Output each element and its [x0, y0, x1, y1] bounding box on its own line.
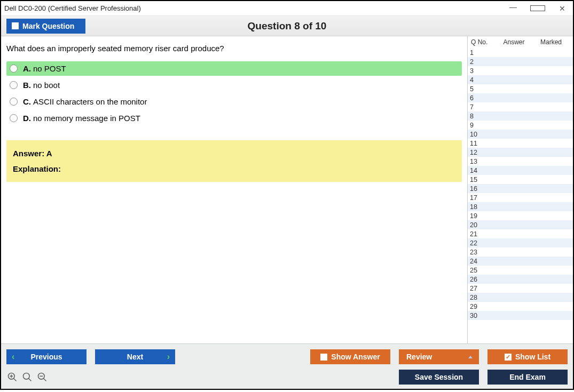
window-controls: —	[506, 4, 570, 13]
question-row[interactable]: 5	[468, 84, 573, 93]
save-session-button[interactable]: Save Session	[399, 370, 479, 385]
question-row[interactable]: 29	[468, 302, 573, 311]
show-answer-label: Show Answer	[331, 353, 380, 361]
question-list-header: Q No. Answer Marked	[468, 36, 573, 48]
question-row[interactable]: 21	[468, 229, 573, 238]
question-row[interactable]: 14	[468, 166, 573, 175]
question-row[interactable]: 13	[468, 157, 573, 166]
chevron-right-icon: ›	[167, 352, 170, 362]
row-number: 1	[470, 49, 489, 57]
next-button[interactable]: Next ›	[95, 349, 175, 364]
option-b[interactable]: B. no boot	[6, 78, 462, 92]
row-number: 29	[470, 303, 489, 310]
question-row[interactable]: 23	[468, 247, 573, 257]
footer-row-2: Save Session End Exam	[6, 370, 568, 385]
mark-question-button[interactable]: Mark Question	[6, 19, 85, 34]
close-button[interactable]	[555, 4, 570, 13]
minimize-button[interactable]: —	[506, 3, 521, 11]
question-row[interactable]: 10	[468, 130, 573, 139]
question-row[interactable]: 12	[468, 148, 573, 157]
question-row[interactable]: 2	[468, 57, 573, 66]
question-row[interactable]: 20	[468, 220, 573, 229]
col-qno: Q No.	[470, 38, 489, 46]
question-row[interactable]: 18	[468, 202, 573, 211]
previous-button[interactable]: ‹ Previous	[6, 349, 87, 364]
question-row[interactable]: 11	[468, 139, 573, 148]
row-number: 21	[470, 230, 489, 238]
question-row[interactable]: 27	[468, 284, 573, 293]
row-number: 20	[470, 221, 489, 229]
row-number: 23	[470, 249, 489, 256]
question-row[interactable]: 9	[468, 121, 573, 130]
answer-box: Answer: A Explanation:	[6, 140, 462, 182]
end-exam-button[interactable]: End Exam	[487, 370, 568, 385]
row-number: 16	[470, 185, 489, 193]
chevron-left-icon: ‹	[12, 352, 14, 362]
question-list-rows[interactable]: 1234567891011121314151617181920212223242…	[468, 48, 573, 343]
question-row[interactable]: 30	[468, 311, 573, 320]
question-row[interactable]: 25	[468, 266, 573, 275]
footer: ‹ Previous Next › Show Answer Review ✓ S…	[1, 343, 573, 389]
review-button[interactable]: Review	[399, 349, 479, 364]
question-list-panel: Q No. Answer Marked 12345678910111213141…	[467, 36, 573, 343]
col-marked: Marked	[539, 38, 571, 46]
row-number: 22	[470, 239, 489, 247]
question-row[interactable]: 22	[468, 238, 573, 247]
show-list-button[interactable]: ✓ Show List	[487, 349, 568, 364]
question-panel: What does an improperly seated memory ri…	[1, 36, 467, 343]
question-row[interactable]: 19	[468, 211, 573, 220]
radio-icon	[10, 65, 18, 73]
question-row[interactable]: 6	[468, 93, 573, 102]
row-number: 13	[470, 158, 489, 165]
option-text: no POST	[33, 64, 66, 73]
radio-icon	[10, 114, 18, 122]
show-answer-button[interactable]: Show Answer	[310, 349, 390, 364]
question-row[interactable]: 16	[468, 184, 573, 193]
save-session-label: Save Session	[415, 373, 463, 381]
svg-line-5	[29, 379, 32, 381]
question-row[interactable]: 4	[468, 75, 573, 84]
option-a[interactable]: A. no POST	[6, 61, 462, 76]
titlebar: Dell DC0-200 (Certified Server Professio…	[1, 1, 573, 16]
question-row[interactable]: 26	[468, 275, 573, 284]
end-exam-label: End Exam	[509, 373, 546, 381]
question-row[interactable]: 8	[468, 111, 573, 121]
option-text: no memory message in POST	[33, 114, 140, 123]
question-row[interactable]: 3	[468, 66, 573, 75]
question-row[interactable]: 15	[468, 175, 573, 184]
row-number: 2	[470, 58, 489, 66]
row-number: 6	[470, 94, 489, 102]
row-number: 25	[470, 267, 489, 274]
zoom-in-icon[interactable]	[6, 371, 18, 383]
row-number: 19	[470, 212, 489, 220]
question-row[interactable]: 28	[468, 293, 573, 302]
zoom-icon[interactable]	[21, 371, 33, 383]
row-number: 26	[470, 276, 489, 283]
row-number: 10	[470, 131, 489, 138]
option-d[interactable]: D. no memory message in POST	[6, 111, 462, 125]
content-area: What does an improperly seated memory ri…	[1, 36, 573, 343]
zoom-out-icon[interactable]	[36, 371, 48, 383]
triangle-up-icon	[468, 356, 473, 358]
question-row[interactable]: 1	[468, 48, 573, 57]
checkbox-icon: ✓	[505, 354, 512, 361]
svg-line-1	[14, 379, 17, 381]
row-number: 28	[470, 294, 489, 301]
toolbar: Mark Question Question 8 of 10	[1, 16, 573, 36]
mark-question-label: Mark Question	[22, 22, 74, 30]
row-number: 3	[470, 67, 489, 75]
maximize-button[interactable]	[530, 4, 545, 13]
question-row[interactable]: 24	[468, 257, 573, 266]
option-c[interactable]: C. ASCII characters on the monitor	[6, 94, 462, 109]
question-counter: Question 8 of 10	[1, 20, 573, 32]
option-text: ASCII characters on the monitor	[33, 97, 147, 106]
question-row[interactable]: 17	[468, 193, 573, 202]
previous-label: Previous	[30, 353, 62, 361]
col-answer: Answer	[489, 38, 539, 46]
zoom-controls	[6, 371, 48, 383]
question-row[interactable]: 7	[468, 102, 573, 111]
checkbox-icon	[320, 354, 327, 361]
svg-point-4	[23, 373, 30, 380]
option-letter: A.	[23, 64, 31, 73]
next-label: Next	[127, 353, 143, 361]
